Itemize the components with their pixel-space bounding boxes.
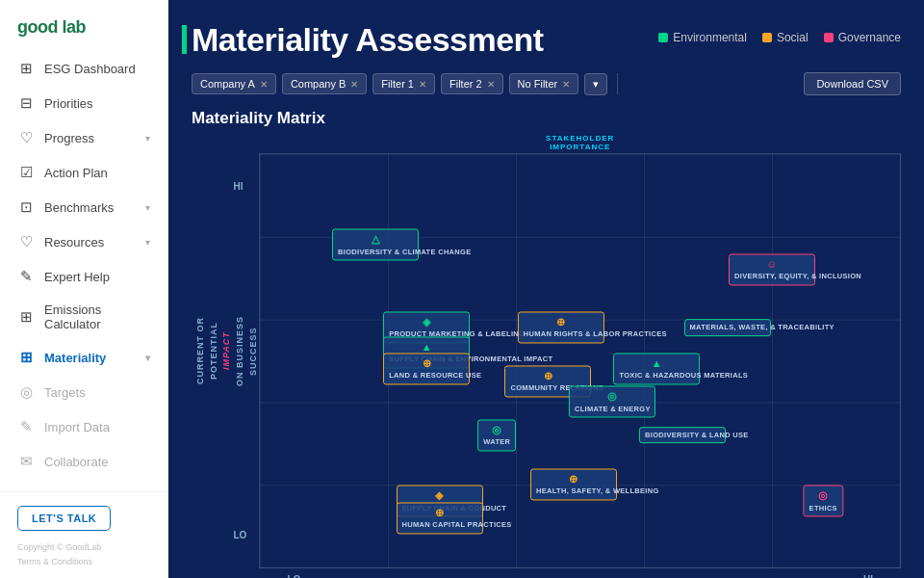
- filter-tag-company-a[interactable]: Company A ✕: [192, 73, 276, 94]
- nav-label-import-data: Import Data: [44, 420, 110, 434]
- point-box: MATERIALS, WASTE, & TRACEABILITY: [684, 319, 771, 336]
- matrix-wrapper: CURRENT OR POTENTIAL IMPACT ON BUSINESS …: [192, 134, 901, 568]
- matrix-point-health-safety[interactable]: ⊕ HEALTH, SAFETY, & WELLBEING: [530, 469, 617, 501]
- logo-text: good: [17, 17, 58, 37]
- matrix-point-materials-waste[interactable]: MATERIALS, WASTE, & TRACEABILITY: [684, 319, 771, 336]
- point-label: WATER: [483, 437, 510, 446]
- nav-icon-benchmarks: ⊡: [17, 198, 35, 216]
- point-label: HEALTH, SAFETY, & WELLBEING: [536, 487, 659, 496]
- nav-icon-import-data: ✎: [17, 418, 35, 435]
- nav-label-benchmarks: Benchmarks: [44, 200, 114, 215]
- sidebar-item-materiality[interactable]: ⊞ Materiality ▾: [0, 340, 167, 375]
- legend-label: Environmental: [673, 31, 747, 44]
- point-type-icon: ◎: [809, 489, 837, 503]
- nav-label-user-mgmt: User Management: [44, 489, 147, 492]
- sidebar-navigation: ⊞ ESG Dashboard ⊟ Priorities ♡ Progress …: [0, 51, 167, 491]
- nav-label-action-plan: Action Plan: [44, 166, 108, 180]
- matrix-point-human-capital[interactable]: ⊕ HUMAN CAPITAL PRACTICES: [397, 502, 483, 534]
- matrix-point-ethics[interactable]: ◎ ETHICS: [804, 486, 843, 517]
- sidebar-footer: Copyright © GoodLab Terms & Conditions: [17, 540, 150, 568]
- filter-tag-label: Company B: [291, 78, 346, 90]
- filter-tag-label: Filter 1: [381, 78, 414, 90]
- point-box: BIODIVERSITY & LAND USE: [639, 427, 726, 444]
- filter-tag-filter-1[interactable]: Filter 1 ✕: [372, 73, 435, 94]
- point-type-icon: ▲: [389, 340, 464, 354]
- sidebar-item-esg-dashboard[interactable]: ⊞ ESG Dashboard: [0, 51, 167, 86]
- filter-dropdown[interactable]: ▾: [584, 73, 607, 95]
- nav-arrow-materiality: ▾: [145, 353, 150, 363]
- sidebar-item-expert-help[interactable]: ✎ Expert Help: [0, 259, 167, 294]
- legend-label: Governance: [838, 31, 901, 44]
- matrix-point-diversity-equity[interactable]: ☺ DIVERSITY, EQUITY, & INCLUSION: [729, 254, 815, 286]
- point-box: ◎ ETHICS: [804, 486, 843, 517]
- terms-text: Terms & Conditions: [17, 555, 150, 568]
- filter-separator: [617, 73, 618, 94]
- sidebar-item-emissions-calc[interactable]: ⊞ Emissions Calculator: [0, 294, 167, 340]
- lets-talk-button[interactable]: LET'S TALK: [17, 506, 111, 531]
- sidebar-item-priorities[interactable]: ⊟ Priorities: [0, 86, 167, 120]
- close-icon[interactable]: ✕: [562, 79, 570, 90]
- legend-item-social: Social: [762, 31, 808, 44]
- nav-label-collaborate: Collaborate: [44, 455, 109, 469]
- logo-accent: lab: [58, 17, 86, 37]
- sidebar-item-benchmarks[interactable]: ⊡ Benchmarks ▾: [0, 190, 167, 224]
- sidebar-item-action-plan[interactable]: ☑ Action Plan: [0, 155, 167, 190]
- sidebar-item-resources[interactable]: ♡ Resources ▾: [0, 224, 167, 259]
- nav-label-expert-help: Expert Help: [44, 270, 110, 284]
- matrix-point-toxic-hazardous[interactable]: ▲ TOXIC & HAZARDOUS MATERIALS: [613, 354, 700, 385]
- filter-tag-company-b[interactable]: Company B ✕: [282, 73, 367, 94]
- matrix-point-biodiversity-land[interactable]: BIODIVERSITY & LAND USE: [639, 427, 726, 444]
- main-content: Materiality Assessment Environmental Soc…: [168, 0, 924, 578]
- point-label: DIVERSITY, EQUITY, & INCLUSION: [734, 273, 861, 281]
- download-csv-button[interactable]: Download CSV: [804, 72, 901, 95]
- matrix-point-human-rights[interactable]: ⊕ HUMAN RIGHTS & LABOR PRACTICES: [518, 312, 604, 344]
- point-label: ETHICS: [809, 504, 837, 512]
- point-type-icon: ⊕: [536, 473, 611, 486]
- page-header: Materiality Assessment Environmental Soc…: [192, 21, 901, 59]
- nav-icon-esg-dashboard: ⊞: [17, 60, 35, 77]
- point-label: HUMAN CAPITAL PRACTICES: [402, 520, 512, 529]
- matrix-point-land-use[interactable]: ⊕ LAND & RESOURCE USE: [383, 354, 470, 385]
- close-icon[interactable]: ✕: [419, 79, 426, 90]
- nav-label-resources: Resources: [44, 235, 104, 250]
- legend: Environmental Social Governance: [658, 31, 901, 44]
- sidebar-item-targets: ◎ Targets: [0, 375, 167, 409]
- nav-icon-targets: ◎: [17, 383, 35, 401]
- matrix-point-climate-energy[interactable]: ◎ CLIMATE & ENERGY: [569, 386, 655, 418]
- matrix-point-water[interactable]: ◎ WATER: [477, 419, 516, 451]
- point-box: ⊕ LAND & RESOURCE USE: [383, 354, 470, 385]
- sidebar-bottom: LET'S TALK Copyright © GoodLab Terms & C…: [0, 491, 167, 578]
- point-label: CLIMATE & ENERGY: [575, 405, 651, 413]
- point-type-icon: ◈: [402, 489, 477, 503]
- sidebar-item-import-data: ✎ Import Data: [0, 409, 167, 444]
- point-label: BIODIVERSITY & LAND USE: [645, 431, 749, 439]
- filter-tag-no-filter[interactable]: No Filter ✕: [509, 73, 579, 94]
- nav-label-esg-dashboard: ESG Dashboard: [44, 62, 136, 76]
- legend-label: Social: [777, 31, 808, 44]
- matrix-inner: STAKEHOLDER IMPORTANCE HI LO LO HI △ BIO…: [259, 134, 901, 568]
- nav-icon-action-plan: ☑: [17, 164, 35, 181]
- close-icon[interactable]: ✕: [260, 79, 268, 90]
- close-icon[interactable]: ✕: [350, 79, 358, 90]
- point-label: LAND & RESOURCE USE: [389, 372, 481, 381]
- nav-icon-progress: ♡: [17, 129, 35, 146]
- point-box: ☺ DIVERSITY, EQUITY, & INCLUSION: [729, 254, 815, 286]
- point-box: △ BIODIVERSITY & CLIMATE CHANGE: [332, 229, 419, 261]
- matrix-title: Materiality Matrix: [192, 109, 901, 128]
- sidebar-item-collaborate: ✉ Collaborate: [0, 444, 167, 479]
- close-icon[interactable]: ✕: [487, 79, 495, 90]
- nav-icon-collaborate: ✉: [17, 453, 35, 470]
- point-type-icon: ◈: [389, 316, 464, 329]
- filter-tag-label: Company A: [200, 78, 255, 90]
- y-axis-label: CURRENT OR POTENTIAL IMPACT ON BUSINESS …: [192, 134, 259, 568]
- sidebar-item-user-mgmt[interactable]: ⊞ User Management: [0, 479, 167, 491]
- point-box: ⊕ HUMAN RIGHTS & LABOR PRACTICES: [518, 312, 604, 344]
- point-label: TOXIC & HAZARDOUS MATERIALS: [619, 372, 748, 381]
- matrix-point-biodiversity-top[interactable]: △ BIODIVERSITY & CLIMATE CHANGE: [332, 229, 419, 261]
- sidebar: good lab ⊞ ESG Dashboard ⊟ Priorities ♡ …: [0, 0, 168, 578]
- nav-icon-resources: ♡: [17, 233, 35, 250]
- page-title: Materiality Assessment: [192, 21, 544, 59]
- matrix-grid: HI LO LO HI △ BIODIVERSITY & CLIMATE CHA…: [259, 153, 901, 568]
- sidebar-item-progress[interactable]: ♡ Progress ▾: [0, 120, 167, 155]
- filter-tag-filter-2[interactable]: Filter 2 ✕: [441, 73, 503, 94]
